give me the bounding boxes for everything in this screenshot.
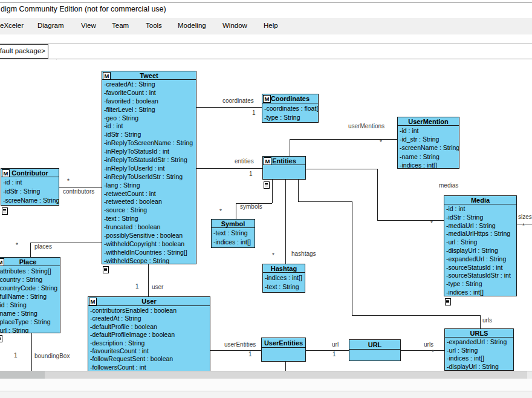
class-coordinates[interactable]: MCoordinates-coordinates : float[]-type … <box>262 94 319 123</box>
class-place[interactable]: MPlace-attributes : String[]-country : S… <box>0 257 60 333</box>
connection-urls-entities[interactable] <box>352 315 480 316</box>
role-label-urls[interactable]: urls <box>424 341 433 348</box>
menu-item-tools[interactable]: Tools <box>146 22 162 29</box>
attribute[interactable]: -attributes : String[] <box>0 267 60 275</box>
connection-coordinates[interactable] <box>196 107 262 108</box>
connection-places[interactable] <box>30 243 31 257</box>
attribute[interactable]: -favouritesCount : int <box>90 347 210 355</box>
attribute[interactable]: -followRequestSent : boolean <box>90 355 210 363</box>
attribute[interactable]: -indices : int[] <box>400 161 459 169</box>
multiplicity-user[interactable]: 1 <box>135 283 139 290</box>
connection-hashtags[interactable] <box>285 180 286 264</box>
role-label-sizes[interactable]: sizes <box>518 214 532 220</box>
role-label-contributors[interactable]: contributors <box>63 188 94 195</box>
class-url[interactable]: URL <box>349 339 401 361</box>
attribute[interactable]: -inReplyToUserId : int <box>104 165 196 173</box>
connection-medias[interactable] <box>306 169 377 169</box>
attribute[interactable]: -description : String <box>90 339 210 347</box>
menu-item-diagram[interactable]: Diagram <box>37 22 63 29</box>
horizontal-scrollbar[interactable] <box>0 371 532 379</box>
connection-symbols[interactable] <box>236 203 236 219</box>
attribute[interactable]: -followersCount : int <box>90 364 210 371</box>
attribute[interactable]: -idStr : String <box>104 131 196 139</box>
attribute[interactable]: -inReplyToStatusIdStr : String <box>104 156 196 165</box>
attribute[interactable]: -expandedUrl : String <box>447 338 513 347</box>
attribute[interactable]: -favoriteCount : int <box>104 89 196 97</box>
attribute[interactable]: -withheldInCountries : String[] <box>104 249 196 257</box>
attribute[interactable]: -url : String <box>0 326 60 333</box>
multiplicity-url[interactable]: 1 <box>332 351 336 357</box>
attribute[interactable]: -id : int <box>104 122 196 131</box>
attribute[interactable]: -expandedUrl : String <box>446 255 516 264</box>
attribute[interactable]: -indices : int[] <box>446 289 516 296</box>
menu-item-modeling[interactable]: Modeling <box>178 22 206 29</box>
attribute[interactable]: -text : String <box>265 282 305 292</box>
class-media[interactable]: Media-id : int-idStr : String-mediaUrl :… <box>444 195 517 296</box>
attribute[interactable]: -type : String <box>264 113 318 122</box>
role-label-user[interactable]: user <box>152 284 163 290</box>
menu-item-window[interactable]: Window <box>222 22 247 29</box>
attribute[interactable]: -screeName : String <box>3 196 59 205</box>
attribute[interactable]: -id_str : String <box>400 135 459 143</box>
menu-item-exceler[interactable]: eXceler <box>0 22 24 29</box>
class-user[interactable]: MUser-contributorsEnabled : boolean-crea… <box>88 296 210 371</box>
role-label-boundingBox[interactable]: boundingBox <box>34 353 70 359</box>
attribute[interactable]: -displayUrl : String <box>446 247 516 255</box>
attribute[interactable]: -displayUrl : String <box>447 363 513 371</box>
attribute[interactable]: -lang : String <box>104 181 196 190</box>
attribute[interactable]: -id : int <box>400 126 459 135</box>
connection-medias[interactable] <box>377 169 378 220</box>
connection-user[interactable] <box>148 264 149 296</box>
attribute[interactable]: -possiblySensitive : boolean <box>104 232 196 240</box>
multiplicity-symbols[interactable]: * <box>219 208 222 215</box>
menu-item-team[interactable]: Team <box>112 22 129 29</box>
attribute[interactable]: -coordinates : float[] <box>264 104 318 113</box>
attribute[interactable]: -inReplyToScreenName : String <box>104 139 196 148</box>
attribute[interactable]: -placeType : String <box>0 318 60 326</box>
attribute[interactable]: -countryCode : String <box>0 284 60 292</box>
role-label-coordinates[interactable]: coordinates <box>222 97 254 104</box>
attribute[interactable]: -name : String <box>400 152 459 161</box>
class-urls[interactable]: URLS-expandedUrl : String-url : String-i… <box>444 328 514 371</box>
role-label-urls-entities[interactable]: urls <box>482 317 492 324</box>
attribute[interactable]: -id : int <box>446 205 516 214</box>
role-label-hashtags[interactable]: hashtags <box>291 250 316 257</box>
role-label-url[interactable]: url <box>332 341 339 348</box>
attribute[interactable]: -fullName : String <box>0 292 60 301</box>
menu-item-view[interactable]: View <box>81 22 96 29</box>
menu-item-help[interactable]: Help <box>264 22 278 29</box>
multiplicity-boundingBox[interactable]: 1 <box>14 352 18 359</box>
attribute[interactable]: -country : String <box>0 275 60 284</box>
attribute[interactable]: -source : String <box>104 206 196 215</box>
attribute[interactable]: -indices : int[] <box>447 354 513 363</box>
doc-indicator-icon[interactable] <box>103 266 109 273</box>
attribute[interactable]: -name : String <box>0 309 60 318</box>
attribute[interactable]: -id : int <box>3 178 59 187</box>
multiplicity-userMentions[interactable]: * <box>380 139 382 146</box>
connection-userentities-stub[interactable] <box>285 362 286 371</box>
multiplicity-medias[interactable]: * <box>430 220 433 227</box>
role-label-userEntities[interactable]: userEntities <box>224 341 256 348</box>
attribute[interactable]: -retweeted : boolean <box>104 198 196 206</box>
multiplicity-urls[interactable]: * <box>432 349 434 356</box>
connection-boundingBox[interactable] <box>31 333 32 371</box>
multiplicity-userEntities[interactable]: 1 <box>248 351 252 357</box>
attribute[interactable]: -mediaUrlHttps : String <box>446 230 516 238</box>
connection-url[interactable] <box>306 350 349 351</box>
attribute[interactable]: -mediaUrl : String <box>446 222 516 230</box>
attribute[interactable]: -sourceStatusId : int <box>446 264 516 272</box>
connection-medias[interactable] <box>377 220 444 221</box>
attribute[interactable]: -url : String <box>447 347 513 355</box>
connection-symbols[interactable] <box>272 180 273 203</box>
attribute[interactable]: -id : String <box>0 301 60 309</box>
class-symbol[interactable]: Symbol-text : String-indices : int[] <box>211 219 255 248</box>
diagram-tab-default-package[interactable]: efault package> <box>0 44 48 59</box>
attribute[interactable]: -withheldScope : String <box>104 257 196 264</box>
attribute[interactable]: -screenName : String <box>400 143 459 152</box>
attribute[interactable]: -idStr : String <box>3 187 59 196</box>
attribute[interactable]: -indices : int[] <box>265 273 305 282</box>
doc-indicator-icon[interactable] <box>264 181 270 189</box>
multiplicity-contributors[interactable]: * <box>67 178 70 184</box>
doc-indicator-icon[interactable] <box>445 298 451 305</box>
attribute[interactable]: -truncated : boolean <box>104 223 196 232</box>
